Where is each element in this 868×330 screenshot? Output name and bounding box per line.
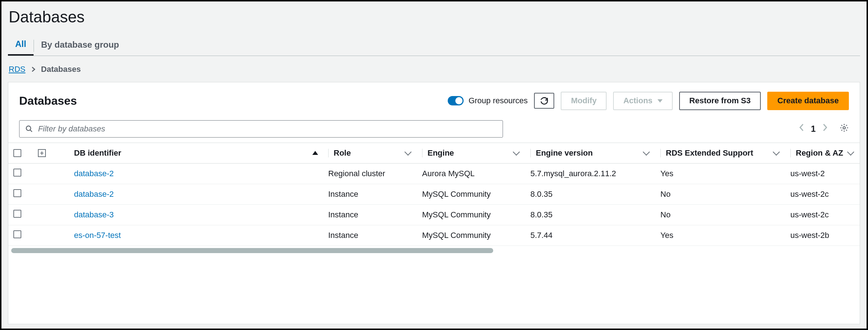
chevron-down-icon xyxy=(657,99,663,103)
breadcrumb: RDS Databases xyxy=(8,56,860,82)
panel-header: Databases Group resources Modify Actions… xyxy=(8,82,860,115)
cell-extended-support: Yes xyxy=(655,163,785,184)
cell-region: us-west-2b xyxy=(785,225,860,246)
col-extended-support-label: RDS Extended Support xyxy=(666,148,753,158)
table-row: database-2Regional clusterAurora MySQL5.… xyxy=(8,163,860,184)
db-identifier-link[interactable]: database-2 xyxy=(74,190,114,199)
tabs: All By database group xyxy=(8,36,860,56)
refresh-button[interactable] xyxy=(534,93,554,109)
sort-asc-icon xyxy=(312,151,318,155)
settings-button[interactable] xyxy=(839,123,849,135)
cell-engine: MySQL Community xyxy=(417,204,525,225)
cell-engine: Aurora MySQL xyxy=(417,163,525,184)
databases-panel: Databases Group resources Modify Actions… xyxy=(8,82,860,324)
sort-icon xyxy=(513,148,520,156)
sort-icon xyxy=(847,148,854,156)
filter-box[interactable] xyxy=(19,120,503,138)
toggle-switch[interactable] xyxy=(448,96,464,105)
cell-region: us-west-2c xyxy=(785,204,860,225)
col-db-identifier[interactable]: DB identifier xyxy=(56,143,323,163)
cell-engine: MySQL Community xyxy=(417,184,525,204)
cell-engine-version: 8.0.35 xyxy=(525,184,655,204)
breadcrumb-rds[interactable]: RDS xyxy=(9,65,25,74)
db-identifier-link[interactable]: database-2 xyxy=(74,169,114,178)
cell-role: Regional cluster xyxy=(323,163,417,184)
filter-input[interactable] xyxy=(38,124,497,134)
sort-icon xyxy=(643,148,650,156)
page-number: 1 xyxy=(811,124,816,134)
cell-region: us-west-2 xyxy=(785,163,860,184)
db-identifier-link[interactable]: es-on-57-test xyxy=(74,231,121,240)
breadcrumb-current: Databases xyxy=(41,65,81,74)
col-engine[interactable]: Engine xyxy=(417,143,525,163)
cell-extended-support: No xyxy=(655,204,785,225)
svg-point-0 xyxy=(26,126,31,130)
chevron-right-icon xyxy=(31,66,38,73)
cell-role: Instance xyxy=(323,184,417,204)
cell-region: us-west-2c xyxy=(785,184,860,204)
refresh-icon xyxy=(540,96,548,105)
cell-engine: MySQL Community xyxy=(417,225,525,246)
next-page-button[interactable] xyxy=(822,123,828,134)
cell-role: Instance xyxy=(323,204,417,225)
table-row: database-2InstanceMySQL Community8.0.35N… xyxy=(8,184,860,204)
table-row: es-on-57-testInstanceMySQL Community5.7.… xyxy=(8,225,860,246)
col-region-az[interactable]: Region & AZ xyxy=(785,143,860,163)
tab-by-database-group[interactable]: By database group xyxy=(34,37,126,55)
col-db-identifier-label: DB identifier xyxy=(74,148,121,158)
row-checkbox[interactable] xyxy=(13,189,21,197)
toggle-label: Group resources xyxy=(469,96,528,105)
col-role-label: Role xyxy=(334,148,351,158)
cell-engine-version: 8.0.35 xyxy=(525,204,655,225)
sort-icon xyxy=(404,148,412,156)
select-all-checkbox[interactable] xyxy=(13,149,21,157)
header-actions: Group resources Modify Actions Restore f… xyxy=(448,92,849,110)
col-region-label: Region & AZ xyxy=(796,148,843,158)
cell-extended-support: No xyxy=(655,184,785,204)
cell-role: Instance xyxy=(323,225,417,246)
prev-page-button[interactable] xyxy=(799,123,804,134)
pager: 1 xyxy=(799,123,849,135)
horizontal-scrollbar[interactable] xyxy=(11,248,857,253)
group-resources-toggle[interactable]: Group resources xyxy=(448,96,528,105)
actions-label: Actions xyxy=(623,95,652,107)
panel-title: Databases xyxy=(19,94,77,108)
table-header-row: + DB identifier Role Engine Engine versi… xyxy=(8,143,860,163)
col-extended-support[interactable]: RDS Extended Support xyxy=(655,143,785,163)
search-icon xyxy=(25,125,33,133)
filter-row: 1 xyxy=(8,115,860,143)
create-database-button[interactable]: Create database xyxy=(767,92,849,110)
tab-all[interactable]: All xyxy=(8,36,34,56)
cell-engine-version: 5.7.44 xyxy=(525,225,655,246)
cell-extended-support: Yes xyxy=(655,225,785,246)
page-title: Databases xyxy=(8,8,860,26)
svg-point-2 xyxy=(843,127,846,129)
col-engine-label: Engine xyxy=(428,148,454,158)
row-checkbox[interactable] xyxy=(13,210,21,218)
svg-line-1 xyxy=(30,130,32,131)
databases-table-wrapper: + DB identifier Role Engine Engine versi… xyxy=(8,143,860,246)
scrollbar-thumb[interactable] xyxy=(11,248,493,253)
col-engine-version[interactable]: Engine version xyxy=(525,143,655,163)
cell-engine-version: 5.7.mysql_aurora.2.11.2 xyxy=(525,163,655,184)
expand-all-icon[interactable]: + xyxy=(38,149,46,157)
table-row: database-3InstanceMySQL Community8.0.35N… xyxy=(8,204,860,225)
col-role[interactable]: Role xyxy=(323,143,417,163)
modify-button[interactable]: Modify xyxy=(561,92,607,110)
row-checkbox[interactable] xyxy=(13,230,21,238)
col-engine-version-label: Engine version xyxy=(536,148,593,158)
row-checkbox[interactable] xyxy=(13,169,21,177)
db-identifier-link[interactable]: database-3 xyxy=(74,210,114,219)
actions-button[interactable]: Actions xyxy=(613,92,673,110)
gear-icon xyxy=(839,123,849,133)
sort-icon xyxy=(773,148,780,156)
databases-table: + DB identifier Role Engine Engine versi… xyxy=(8,143,860,246)
restore-from-s3-button[interactable]: Restore from S3 xyxy=(679,92,761,110)
